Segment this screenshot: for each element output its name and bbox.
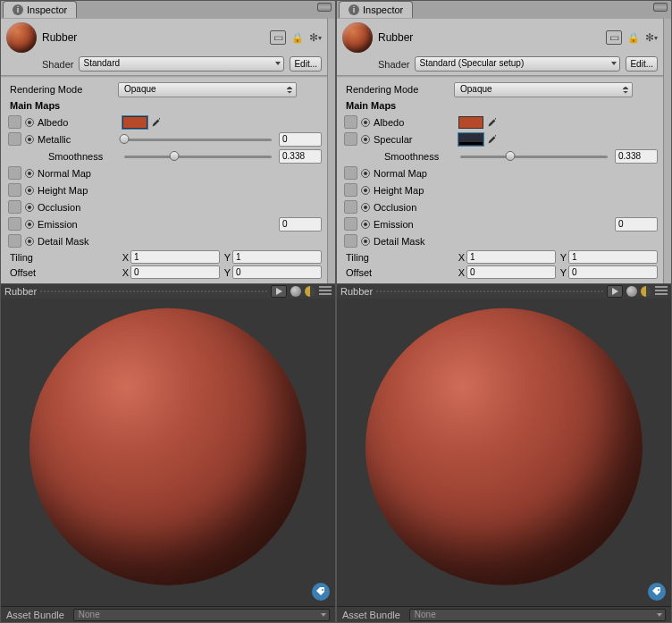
asset-bundle-label: Asset Bundle — [342, 610, 400, 620]
preview-light-toggle[interactable] — [626, 286, 637, 297]
scrollbar[interactable] — [663, 19, 671, 283]
albedo-color-swatch[interactable] — [122, 116, 147, 129]
smoothness-slider[interactable] — [124, 150, 272, 163]
height-label: Height Map — [36, 185, 121, 196]
specular-radio[interactable] — [361, 135, 370, 144]
smoothness-field[interactable] — [615, 149, 658, 164]
normal-texture-slot[interactable] — [344, 166, 357, 180]
preview-play-button[interactable] — [271, 285, 287, 298]
offset-label: Offset — [6, 267, 118, 278]
occlusion-radio[interactable] — [25, 203, 34, 212]
tab-dropdown-handle[interactable] — [317, 3, 332, 12]
asset-bundle-dropdown[interactable]: None — [409, 609, 666, 621]
eyedropper-icon[interactable] — [485, 116, 498, 129]
albedo-radio[interactable] — [25, 118, 34, 127]
lock-icon[interactable]: 🔒 — [627, 32, 640, 44]
preview-menu-icon[interactable] — [319, 286, 332, 297]
material-preview[interactable] — [1, 299, 335, 606]
tiling-x-field[interactable] — [466, 250, 556, 264]
edit-shader-button[interactable]: Edit... — [626, 56, 658, 72]
gear-dropdown-icon[interactable]: ▾ — [654, 34, 658, 42]
height-texture-slot[interactable] — [8, 183, 21, 197]
material-preview-thumb — [6, 22, 37, 53]
material-preview[interactable] — [337, 299, 671, 606]
specular-texture-slot[interactable] — [344, 132, 357, 146]
tiling-y-field[interactable] — [232, 250, 322, 264]
tiling-x-field[interactable] — [130, 250, 220, 264]
shader-dropdown[interactable]: Standard (Specular setup) — [415, 56, 620, 72]
shader-label: Shader — [378, 59, 409, 70]
emission-field[interactable] — [615, 217, 658, 232]
eyedropper-icon[interactable] — [485, 133, 498, 146]
tab-label: Inspector — [363, 4, 403, 15]
emission-field[interactable] — [279, 217, 322, 232]
albedo-texture-slot[interactable] — [344, 115, 357, 129]
svg-point-1 — [658, 589, 659, 591]
normal-radio[interactable] — [361, 169, 370, 178]
preview-reflection-toggle[interactable] — [305, 286, 315, 297]
smoothness-slider[interactable] — [460, 150, 608, 163]
gear-icon[interactable]: ✻ — [309, 31, 318, 44]
emission-texture-slot[interactable] — [8, 217, 21, 231]
height-texture-slot[interactable] — [344, 183, 357, 197]
offset-label: Offset — [342, 267, 454, 278]
tag-icon[interactable] — [648, 583, 666, 601]
detail-radio[interactable] — [25, 237, 34, 246]
height-radio[interactable] — [25, 186, 34, 195]
specular-color-swatch[interactable] — [458, 133, 483, 146]
offset-y-field[interactable] — [232, 265, 322, 279]
eyedropper-icon[interactable] — [149, 116, 162, 129]
detail-texture-slot[interactable] — [344, 234, 357, 248]
preview-light-toggle[interactable] — [290, 286, 301, 297]
detail-radio[interactable] — [361, 237, 370, 246]
preview-menu-icon[interactable] — [655, 286, 668, 297]
inspector-panel-left: i Inspector Rubber ▭ 🔒 ✻ ▾ Shader Standa… — [0, 0, 336, 623]
height-radio[interactable] — [361, 186, 370, 195]
occlusion-label: Occlusion — [372, 202, 457, 213]
lock-icon[interactable]: 🔒 — [291, 32, 304, 44]
edit-shader-button[interactable]: Edit... — [290, 56, 322, 72]
normal-radio[interactable] — [25, 169, 34, 178]
rendering-mode-dropdown[interactable]: Opaque — [118, 82, 297, 97]
material-header: Rubber ▭ 🔒 ✻ ▾ — [1, 19, 327, 56]
normal-texture-slot[interactable] — [8, 166, 21, 180]
inspector-panel-right: i Inspector Rubber ▭ 🔒 ✻ ▾ Shader Standa… — [336, 0, 672, 623]
help-button[interactable]: ▭ — [270, 30, 286, 45]
tab-inspector[interactable]: i Inspector — [339, 1, 413, 18]
occlusion-texture-slot[interactable] — [344, 200, 357, 214]
normal-label: Normal Map — [36, 168, 121, 179]
help-button[interactable]: ▭ — [606, 30, 622, 45]
tag-icon[interactable] — [312, 583, 330, 601]
smoothness-field[interactable] — [279, 149, 322, 164]
emission-label: Emission — [36, 219, 121, 230]
svg-point-0 — [322, 589, 323, 591]
rendering-mode-dropdown[interactable]: Opaque — [454, 82, 633, 97]
albedo-radio[interactable] — [361, 118, 370, 127]
detail-texture-slot[interactable] — [8, 234, 21, 248]
offset-x-field[interactable] — [130, 265, 220, 279]
metallic-slider[interactable] — [124, 133, 272, 146]
tiling-y-field[interactable] — [568, 250, 658, 264]
scrollbar[interactable] — [327, 19, 335, 283]
preview-reflection-toggle[interactable] — [641, 286, 651, 297]
tab-dropdown-handle[interactable] — [653, 3, 668, 12]
emission-texture-slot[interactable] — [344, 217, 357, 231]
gear-dropdown-icon[interactable]: ▾ — [318, 34, 322, 42]
shader-dropdown[interactable]: Standard — [79, 56, 284, 72]
occlusion-texture-slot[interactable] — [8, 200, 21, 214]
occlusion-radio[interactable] — [361, 203, 370, 212]
emission-radio[interactable] — [25, 220, 34, 229]
asset-bundle-dropdown[interactable]: None — [73, 609, 330, 621]
emission-radio[interactable] — [361, 220, 370, 229]
albedo-texture-slot[interactable] — [8, 115, 21, 129]
metallic-radio[interactable] — [25, 135, 34, 144]
metallic-texture-slot[interactable] — [8, 132, 21, 146]
albedo-color-swatch[interactable] — [458, 116, 483, 129]
offset-y-field[interactable] — [568, 265, 658, 279]
metallic-field[interactable] — [279, 132, 322, 147]
gear-icon[interactable]: ✻ — [645, 31, 654, 44]
preview-play-button[interactable] — [607, 285, 623, 298]
tab-bar: i Inspector — [1, 1, 335, 19]
offset-x-field[interactable] — [466, 265, 556, 279]
tab-inspector[interactable]: i Inspector — [3, 1, 77, 18]
